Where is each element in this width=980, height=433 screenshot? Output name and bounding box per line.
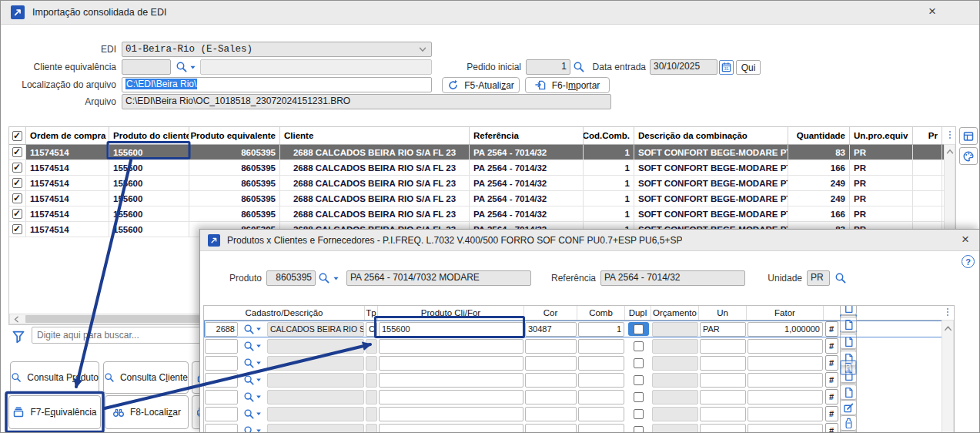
column-header-cliente[interactable]: Cliente	[280, 127, 470, 144]
produto-cli-for-field[interactable]	[379, 407, 523, 421]
f7-equivalencia-button[interactable]: F7-Equivalência	[8, 395, 101, 429]
column-header-un[interactable]: Un.pro.equiv	[850, 127, 913, 144]
column-header-produto_equivalente[interactable]: Produto equivalente	[189, 127, 280, 144]
dupl-checkbox[interactable]	[634, 426, 644, 433]
caret-down-icon[interactable]	[255, 376, 263, 384]
cadastro-code-field[interactable]	[205, 356, 238, 371]
cor-field[interactable]	[525, 390, 577, 404]
comb-field[interactable]	[578, 424, 624, 433]
hash-button[interactable]: #	[825, 321, 838, 337]
produto-cli-for-field[interactable]	[379, 424, 523, 433]
new-document-button[interactable]	[840, 305, 857, 315]
new-document-button[interactable]	[840, 384, 857, 400]
dupl-checkbox[interactable]	[634, 375, 644, 385]
column-header-produto_cliente[interactable]: Produto do cliente	[109, 127, 189, 144]
cor-field[interactable]	[525, 356, 577, 371]
grid-column-header-8[interactable]: Fator	[747, 306, 824, 320]
invoice-copy-button[interactable]	[840, 360, 857, 375]
un-field[interactable]	[700, 390, 746, 404]
row-checkbox-cell[interactable]	[9, 206, 26, 221]
caret-down-icon[interactable]	[255, 325, 263, 333]
search-icon[interactable]	[243, 341, 255, 352]
comb-field[interactable]	[578, 339, 624, 354]
grid-column-header-0[interactable]: Cadastro/Descrição	[204, 306, 365, 320]
checkbox-checked[interactable]	[12, 163, 22, 173]
close-icon[interactable]: ×	[921, 2, 943, 21]
cor-field[interactable]	[525, 407, 577, 421]
cor-field[interactable]	[525, 424, 577, 433]
column-options-dots-icon[interactable]	[948, 131, 952, 139]
f5-atualizar-button[interactable]: F5-Atualizar	[442, 77, 520, 93]
f6-importar-button[interactable]: F6-Importar	[525, 77, 610, 93]
comb-field[interactable]: 1	[578, 322, 624, 337]
caret-down-icon[interactable]	[332, 274, 340, 283]
grid-column-header-7[interactable]: Un	[699, 306, 747, 320]
search-icon[interactable]	[243, 324, 255, 335]
hash-button[interactable]: #	[825, 423, 838, 433]
dupl-checkbox[interactable]	[634, 324, 644, 334]
produto-code-field[interactable]: 8605395	[266, 270, 316, 286]
grid-row[interactable]: #	[204, 422, 954, 433]
row-checkbox-cell[interactable]	[9, 176, 26, 190]
caret-down-icon[interactable]	[255, 427, 263, 433]
table-row[interactable]: 1157451415560086053952688 CALCADOS BEIRA…	[9, 191, 955, 206]
hash-button[interactable]: #	[825, 355, 838, 371]
cliente-equivalencia-code-field[interactable]	[122, 59, 171, 75]
search-icon[interactable]	[318, 272, 330, 284]
comb-field[interactable]	[578, 390, 624, 404]
fator-field[interactable]	[748, 424, 823, 433]
grid-column-header-4[interactable]: Comb	[577, 306, 625, 320]
edit-button[interactable]	[840, 400, 857, 415]
row-checkbox-cell[interactable]	[9, 145, 26, 159]
checkbox-checked[interactable]	[12, 209, 22, 219]
produto-cli-for-field[interactable]: 155600	[379, 322, 523, 337]
search-icon[interactable]	[243, 425, 255, 433]
column-header-cod_comb[interactable]: Cod.Comb.	[584, 127, 634, 144]
filter-funnel-icon[interactable]	[11, 329, 26, 344]
table-row[interactable]: 1157451415560086053952688 CALCADOS BEIRA…	[9, 145, 955, 160]
fator-field[interactable]	[748, 390, 823, 404]
dialog-close-icon[interactable]: ×	[955, 230, 976, 249]
cadastro-code-field[interactable]	[205, 424, 238, 433]
dupl-checkbox[interactable]	[634, 392, 644, 402]
checkbox-checked[interactable]	[12, 131, 22, 141]
row-checkbox-cell[interactable]	[9, 222, 26, 237]
caret-down-icon[interactable]	[255, 342, 263, 350]
table-row[interactable]: 1157451415560086053952688 CALCADOS BEIRA…	[9, 160, 955, 176]
edi-dropdown[interactable]: 01-Beira-Rio (E-Sales)	[122, 42, 432, 57]
un-field[interactable]	[700, 339, 746, 354]
caret-down-icon[interactable]	[255, 393, 263, 401]
hash-button[interactable]: #	[825, 406, 838, 421]
comb-field[interactable]	[578, 356, 624, 371]
caret-down-icon[interactable]	[189, 63, 197, 72]
dupl-checkbox[interactable]	[634, 358, 644, 368]
help-icon[interactable]: ?	[962, 255, 975, 268]
comb-field[interactable]	[578, 407, 624, 421]
cadastro-code-field[interactable]: 2688	[205, 322, 238, 337]
column-header-ordem[interactable]: Ordem de compra	[26, 127, 109, 144]
calendar-button[interactable]	[719, 60, 734, 75]
color-palette-button[interactable]	[959, 147, 978, 165]
un-field[interactable]	[700, 356, 746, 371]
cadastro-code-field[interactable]	[205, 373, 238, 388]
produto-cli-for-field[interactable]	[379, 339, 523, 354]
scroll-up-icon[interactable]	[942, 323, 954, 334]
cadastro-code-field[interactable]	[205, 390, 238, 404]
column-header-referencia[interactable]: Referência	[470, 127, 584, 144]
grid-column-header-6[interactable]: Orçamento	[651, 306, 699, 320]
checkbox-checked[interactable]	[12, 178, 22, 188]
table-row[interactable]: 1157451415560086053952688 CALCADOS BEIRA…	[9, 206, 955, 222]
un-field[interactable]	[700, 424, 746, 433]
column-header-quantidade[interactable]: Quantidade	[788, 127, 850, 144]
search-icon[interactable]	[243, 408, 255, 420]
fator-field[interactable]	[748, 356, 823, 371]
un-field[interactable]: PAR	[700, 322, 746, 337]
hash-button[interactable]: #	[825, 372, 838, 388]
grid-column-header-3[interactable]: Cor	[524, 306, 577, 320]
f8-localizar-button[interactable]: F8-Localizar	[105, 395, 189, 429]
checkbox-checked[interactable]	[12, 224, 22, 234]
hash-button[interactable]: #	[825, 389, 838, 404]
table-row[interactable]: 1157451415560086053952688 CALCADOS BEIRA…	[9, 176, 955, 191]
comb-field[interactable]	[578, 373, 624, 388]
row-checkbox-cell[interactable]	[9, 191, 26, 206]
